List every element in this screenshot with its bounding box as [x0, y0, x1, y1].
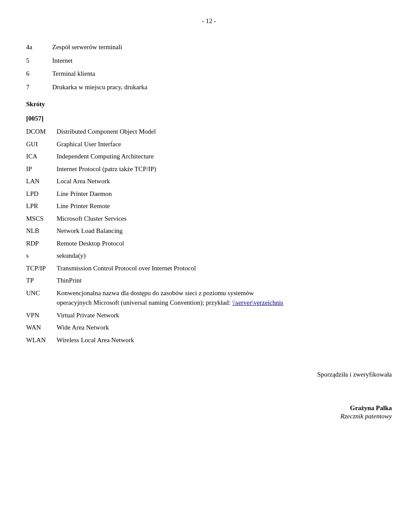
author-title: Rzecznik patentowy	[26, 413, 392, 420]
abbrev-ica: ICA Independent Computing Architecture	[26, 152, 392, 162]
abbrev-s: s sekunda(y)	[26, 251, 392, 261]
abbrev-lan: LAN Local Area Network	[26, 176, 392, 186]
abbrev-lpd: LPD Line Printer Daemon	[26, 189, 392, 199]
abbrev-gui: GUI Graphical User Interface	[26, 139, 392, 149]
item-4a: 4a Zespół serwerów terminali	[26, 42, 392, 52]
abbrev-nlb: NLB Network Load Balancing	[26, 226, 392, 236]
abbrev-rdp: RDP Remote Desktop Protocol	[26, 239, 392, 249]
abbrev-unc: UNC Konwencjonalna nazwa dla dostępu do …	[26, 288, 392, 308]
item-6: 6 Terminal klienta	[26, 69, 392, 79]
page-header: - 12 -	[26, 17, 392, 25]
abbrev-wan: WAN Wide Area Network	[26, 323, 392, 333]
abbrev-dcom: DCOM Distributed Component Object Model	[26, 127, 392, 137]
footer: Sporządziła i zweryfikowała Grażyna Palk…	[26, 371, 392, 420]
abbrev-lpr: LPR Line Printer Remote	[26, 201, 392, 211]
abbrev-vpn: VPN Virtual Private Network	[26, 310, 392, 320]
signed-by-text: Sporządziła i zweryfikowała	[26, 371, 392, 378]
abbrev-ip: IP Internet Protocol (patrz także TCP/IP…	[26, 164, 392, 174]
abbreviations-list: DCOM Distributed Component Object Model …	[26, 127, 392, 345]
abbrev-mscs: MSCS Microsoft Cluster Services	[26, 214, 392, 224]
skroty-heading: Skróty	[26, 101, 392, 108]
item-7: 7 Drukarka w miejscu pracy, drukarka	[26, 82, 392, 92]
bracket-label: [0057]	[26, 115, 392, 122]
author-name: Grażyna Palka	[26, 404, 392, 412]
abbrev-wlan: WLAN Wireless Local Area Network	[26, 335, 392, 345]
numbered-list: 4a Zespół serwerów terminali 5 Internet …	[26, 42, 392, 92]
abbrev-tp: TP ThinPrint	[26, 276, 392, 286]
abbrev-tcpip: TCP/IP Transmission Control Protocol ove…	[26, 263, 392, 273]
item-5: 5 Internet	[26, 56, 392, 66]
